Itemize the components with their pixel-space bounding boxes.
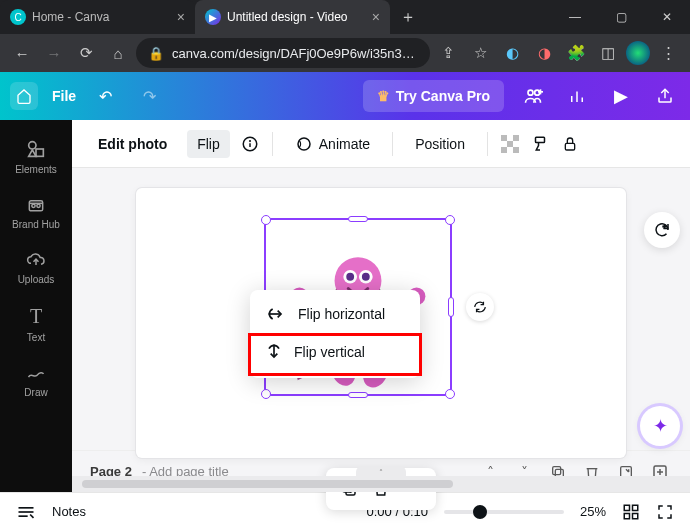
brandhub-icon [25,195,47,215]
extension-icon[interactable]: ◑ [530,39,558,67]
try-pro-label: Try Canva Pro [396,88,490,104]
sidebar-item-text[interactable]: T Text [0,297,72,351]
info-icon[interactable] [240,135,260,153]
minimize-button[interactable]: — [552,0,598,34]
share-button[interactable] [650,87,680,105]
transparency-icon[interactable] [500,135,520,153]
flip-horizontal-icon [266,306,286,322]
svg-rect-52 [624,505,629,510]
notes-icon [16,504,36,520]
forward-button[interactable]: → [40,39,68,67]
resize-handle[interactable] [445,215,455,225]
flip-vertical-icon [266,342,282,362]
flip-vertical-item[interactable]: Flip vertical [250,332,420,372]
browser-address-bar: ← → ⟳ ⌂ 🔒 canva.com/design/DAFj0Oe9P6w/i… [0,34,690,72]
redo-button[interactable]: ↷ [134,87,164,106]
magic-button[interactable]: ✦ [640,406,680,446]
play-button[interactable]: ▶ [606,85,636,107]
flip-dropdown: Flip horizontal Flip vertical [250,290,420,378]
window-controls: — ▢ ✕ [552,0,690,34]
sidebar-label: Brand Hub [12,219,60,230]
close-window-button[interactable]: ✕ [644,0,690,34]
canva-topbar: File ↶ ↷ ♛ Try Canva Pro ▶ [0,72,690,120]
close-icon[interactable]: × [177,9,185,25]
rotate-handle[interactable] [466,293,494,321]
back-button[interactable]: ← [8,39,36,67]
svg-point-0 [528,90,533,95]
svg-rect-18 [513,135,519,141]
timeline-scrubber[interactable]: ˄ [72,476,690,492]
undo-button[interactable]: ↶ [90,87,120,106]
extensions-button[interactable]: 🧩 [562,39,590,67]
share-icon[interactable]: ⇪ [434,39,462,67]
maximize-button[interactable]: ▢ [598,0,644,34]
browser-tab-design[interactable]: ▶ Untitled design - Video × [195,0,390,34]
svg-rect-44 [553,466,561,474]
timeline-track[interactable] [82,480,453,488]
svg-rect-55 [633,513,638,518]
resize-edge[interactable] [348,392,368,398]
lock-icon: 🔒 [148,46,164,61]
svg-point-34 [362,273,370,281]
browser-tab-home[interactable]: C Home - Canva × [0,0,195,34]
analytics-icon[interactable] [562,87,592,105]
canva-home-button[interactable] [10,82,38,110]
svg-rect-21 [513,147,519,153]
sidebar-label: Text [27,332,45,343]
flip-horizontal-item[interactable]: Flip horizontal [250,296,420,332]
context-toolbar: Edit photo Flip Animate Position [72,120,690,168]
resize-edge[interactable] [448,297,454,317]
sidebar-item-draw[interactable]: Draw [0,355,72,406]
collaborators-icon[interactable] [518,86,548,106]
svg-point-10 [32,204,35,207]
tab-title: Home - Canva [32,10,109,24]
url-input[interactable]: 🔒 canva.com/design/DAFj0Oe9P6w/i35n3… [136,38,430,68]
try-canva-pro-button[interactable]: ♛ Try Canva Pro [363,80,504,112]
edit-photo-button[interactable]: Edit photo [88,130,177,158]
svg-rect-23 [565,143,574,150]
zoom-value[interactable]: 25% [580,504,606,519]
sidebar-label: Uploads [18,274,55,285]
canvas-area: Edit photo Flip Animate Position [72,120,690,492]
crown-icon: ♛ [377,88,390,104]
zoom-slider[interactable] [444,510,564,514]
reload-button[interactable]: ⟳ [72,39,100,67]
profile-avatar[interactable] [626,41,650,65]
svg-point-7 [29,142,36,149]
grid-view-icon[interactable] [622,503,640,521]
file-menu[interactable]: File [52,88,76,104]
svg-rect-53 [633,505,638,510]
resize-edge[interactable] [348,216,368,222]
position-button[interactable]: Position [405,130,475,158]
cloud-upload-icon [25,250,47,270]
notes-button[interactable]: Notes [52,504,86,519]
new-tab-button[interactable]: ＋ [394,3,422,31]
svg-point-14 [249,140,250,141]
sidebar-label: Elements [15,164,57,175]
close-icon[interactable]: × [372,9,380,25]
tab-title: Untitled design - Video [227,10,348,24]
timeline-expand-handle[interactable]: ˄ [356,466,406,478]
sidepanel-icon[interactable]: ◫ [594,39,622,67]
sidebar-item-brandhub[interactable]: Brand Hub [0,187,72,238]
zoom-thumb[interactable] [473,505,487,519]
resize-handle[interactable] [445,389,455,399]
workspace: Elements Brand Hub Uploads T Text Draw [0,120,690,492]
svg-rect-20 [501,147,507,153]
svg-point-32 [346,273,354,281]
fullscreen-icon[interactable] [656,503,674,521]
animate-button[interactable]: Animate [285,129,380,159]
home-button[interactable]: ⌂ [104,39,132,67]
shapes-icon [25,138,47,160]
regenerate-button[interactable]: + [644,212,680,248]
lock-icon[interactable] [560,135,580,153]
resize-handle[interactable] [261,389,271,399]
extension-icon[interactable]: ◐ [498,39,526,67]
sidebar-item-elements[interactable]: Elements [0,130,72,183]
flip-button[interactable]: Flip [187,130,230,158]
menu-icon[interactable]: ⋮ [654,39,682,67]
bookmark-icon[interactable]: ☆ [466,39,494,67]
style-copy-icon[interactable] [530,134,550,154]
resize-handle[interactable] [261,215,271,225]
sidebar-item-uploads[interactable]: Uploads [0,242,72,293]
